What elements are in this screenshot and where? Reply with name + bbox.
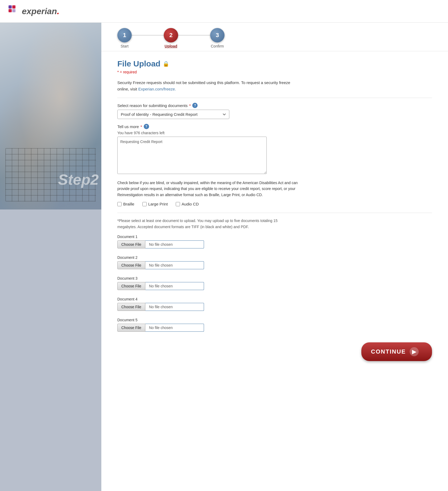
reason-label: Select reason for submitting documents *…: [117, 103, 432, 108]
large-print-checkbox-item[interactable]: Large Print: [142, 201, 168, 207]
reason-select[interactable]: Proof of Identity - Requesting Credit Re…: [117, 110, 229, 119]
continue-label: CONTINUE: [371, 348, 406, 355]
audio-cd-label: Audio CD: [182, 201, 199, 207]
svg-rect-2: [9, 9, 12, 12]
step-3-circle: 3: [210, 28, 225, 42]
large-print-checkbox[interactable]: [142, 202, 147, 206]
document-3-section: Document 3 Choose File No file chosen: [117, 276, 432, 290]
document-3-label: Document 3: [117, 276, 432, 280]
step-2-label: Upload: [165, 44, 177, 48]
reason-help-icon[interactable]: ?: [192, 103, 198, 108]
document-2-file-input: Choose File No file chosen: [117, 261, 432, 269]
ada-section: Check below if you are blind, or visuall…: [117, 180, 299, 207]
ada-checkbox-group: Braille Large Print Audio CD: [117, 201, 299, 207]
logo: experian.: [8, 5, 440, 18]
step-connector-2: [178, 35, 210, 35]
upload-notice: *Please select at least one document to …: [117, 218, 291, 230]
step-2-circle: 2: [164, 28, 178, 42]
step-1: 1 Start: [117, 28, 132, 48]
step-1-label: Start: [121, 44, 129, 48]
document-1-file-input: Choose File No file chosen: [117, 240, 432, 248]
right-panel: 1 Start 2 Upload 3 Confirm: [101, 23, 448, 491]
step-1-circle: 1: [117, 28, 132, 42]
tell-more-required-star: *: [141, 124, 142, 129]
audio-cd-checkbox[interactable]: [176, 202, 180, 206]
chars-left: You have 976 characters left: [117, 131, 432, 135]
continue-btn-wrapper: CONTINUE ▶: [117, 342, 432, 372]
step-connector-1: [132, 35, 164, 35]
document-3-choose-btn[interactable]: Choose File: [117, 282, 145, 290]
document-4-section: Document 4 Choose File No file chosen: [117, 297, 432, 311]
section-divider-2: [117, 213, 432, 213]
content-area: File Upload 🔒 * = required Security Free…: [101, 51, 448, 382]
document-4-choose-btn[interactable]: Choose File: [117, 303, 145, 311]
document-4-file-name: No file chosen: [145, 303, 204, 311]
step-3: 3 Confirm: [210, 28, 225, 48]
tell-more-textarea[interactable]: Requesting Credit Report: [117, 137, 267, 174]
document-4-file-input: Choose File No file chosen: [117, 303, 432, 311]
document-2-choose-btn[interactable]: Choose File: [117, 261, 145, 269]
braille-checkbox-item[interactable]: Braille: [117, 201, 134, 207]
braille-label: Braille: [123, 201, 134, 207]
document-2-section: Document 2 Choose File No file chosen: [117, 255, 432, 269]
step-3-label: Confirm: [211, 44, 224, 48]
continue-button[interactable]: CONTINUE ▶: [361, 342, 432, 361]
document-5-file-name: No file chosen: [145, 324, 204, 332]
security-notice: Security Freeze requests should not be s…: [117, 80, 299, 92]
left-panel-bottom: [0, 209, 101, 491]
security-freeze-link[interactable]: Experian.com/freeze.: [138, 87, 176, 91]
experian-logo-icon: [8, 5, 21, 18]
header: experian.: [0, 0, 448, 23]
continue-arrow-icon: ▶: [410, 347, 419, 356]
document-4-label: Document 4: [117, 297, 432, 301]
logo-text: experian.: [22, 6, 59, 16]
lock-icon: 🔒: [163, 61, 169, 67]
document-5-file-input: Choose File No file chosen: [117, 324, 432, 332]
document-5-label: Document 5: [117, 318, 432, 322]
reason-required-star: *: [189, 103, 191, 108]
step2-overlay: Step2: [58, 171, 99, 188]
tell-more-help-icon[interactable]: ?: [144, 124, 149, 129]
audio-cd-checkbox-item[interactable]: Audio CD: [176, 201, 199, 207]
page-title: File Upload 🔒: [117, 59, 432, 68]
document-3-file-name: No file chosen: [145, 282, 204, 290]
main-layout: Step2 1 Start 2 Upload 3: [0, 23, 448, 491]
braille-checkbox[interactable]: [117, 202, 122, 206]
svg-rect-3: [12, 9, 15, 12]
tell-more-section: Tell us more * ? You have 976 characters…: [117, 124, 432, 175]
document-1-file-name: No file chosen: [145, 240, 204, 248]
document-3-file-input: Choose File No file chosen: [117, 282, 432, 290]
document-2-label: Document 2: [117, 255, 432, 260]
tell-more-label: Tell us more * ?: [117, 124, 432, 129]
svg-rect-0: [9, 5, 12, 9]
large-print-label: Large Print: [148, 201, 168, 207]
document-2-file-name: No file chosen: [145, 261, 204, 269]
left-panel-image: Step2: [0, 23, 101, 209]
step-2: 2 Upload: [164, 28, 178, 48]
document-5-section: Document 5 Choose File No file chosen: [117, 318, 432, 332]
required-note: * = required: [117, 70, 432, 74]
document-5-choose-btn[interactable]: Choose File: [117, 324, 145, 332]
left-panel: Step2: [0, 23, 101, 491]
section-divider-1: [117, 98, 432, 98]
document-1-choose-btn[interactable]: Choose File: [117, 240, 145, 248]
document-1-label: Document 1: [117, 235, 432, 239]
svg-rect-1: [12, 5, 15, 9]
document-1-section: Document 1 Choose File No file chosen: [117, 235, 432, 248]
steps-nav: 1 Start 2 Upload 3 Confirm: [101, 23, 448, 51]
